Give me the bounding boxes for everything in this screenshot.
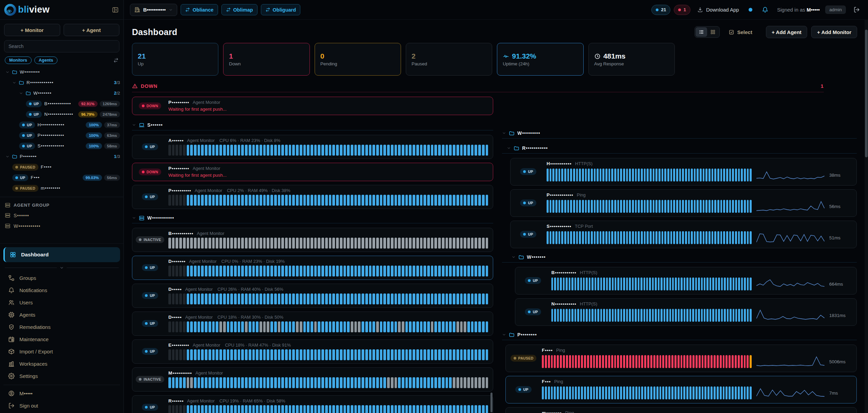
monitor-card[interactable]: UPN•••••••••••HTTP(S)1831ms [515, 298, 857, 326]
nav-item-maintenance[interactable]: Maintenance [3, 333, 120, 345]
tree-monitor-row[interactable]: UPH••••••••••••100%37ms [3, 120, 120, 130]
download-app-button[interactable]: Download App [697, 7, 739, 13]
heartbeat-bar [597, 169, 599, 181]
monitor-card[interactable]: INACTIVEB•••••••••••Agent Monitor [132, 228, 493, 252]
group-header[interactable]: W••••••••••• [132, 213, 493, 223]
heartbeat-bar [256, 321, 258, 332]
new-monitor-button[interactable]: + Monitor [4, 24, 60, 36]
heartbeat-bar [689, 386, 691, 399]
heartbeat-bar [395, 321, 397, 332]
new-agent-button[interactable]: + Agent [64, 24, 120, 36]
workspace-icon [8, 361, 15, 367]
monitor-card[interactable]: PAUSEDF••••Ping5006ms [505, 345, 857, 372]
monitor-card[interactable]: UPR••••••Agent MonitorCPU 19% · RAM 65% … [132, 395, 493, 413]
monitor-card[interactable]: DOWNP•••••••••Agent MonitorWaiting for f… [132, 163, 493, 181]
tree-monitor-row[interactable]: UPP••••••••••••100%63ms [3, 130, 120, 141]
tree-monitor-row[interactable]: PAUSEDm•••••••• [3, 183, 120, 193]
tree-monitor-row[interactable]: UPN•••••••••••••96.79%2478ms [3, 109, 120, 120]
monitor-card[interactable]: UPA••••••Agent MonitorCPU 6% · RAM 23% ·… [132, 135, 493, 159]
grid-view-button[interactable] [707, 27, 719, 37]
heartbeat-bar [650, 386, 652, 399]
bell-icon[interactable] [762, 6, 768, 13]
heartbeat-bar [223, 349, 226, 360]
monitor-card[interactable]: UPD•••••••Agent MonitorCPU 0% · RAM 23% … [132, 256, 493, 280]
monitor-card[interactable]: UPP••••••••••Agent MonitorCPU 2% · RAM 4… [132, 185, 493, 209]
app-link-obliguard[interactable]: Obliguard [261, 4, 300, 15]
page-title: Dashboard [132, 27, 177, 37]
workspace-selector[interactable]: B••••••••••• [130, 4, 177, 16]
sidebar-collapse-icon[interactable] [112, 6, 119, 13]
tree-group-row[interactable]: R••••••••••••3/3 [3, 77, 120, 88]
monitor-card[interactable]: UPH•••••••••••HTTP(S)38ms [510, 158, 857, 186]
tree-group-row[interactable]: P•••••••1/3 [3, 151, 120, 162]
group-header[interactable]: P•••••••• [502, 330, 857, 340]
stat-card-up: 21Up [132, 43, 218, 76]
tree-group-row[interactable]: W•••••••• [3, 67, 120, 77]
heartbeat-bar [296, 321, 299, 332]
sign-out-icon[interactable] [853, 6, 860, 13]
nav-item-users[interactable]: Users [3, 296, 120, 308]
heartbeat-bar [238, 145, 240, 156]
nav-item-dashboard[interactable]: Dashboard [3, 247, 120, 262]
tree-monitor-row[interactable]: UPS••••••••••••100%58ms [3, 141, 120, 151]
footer-item-m[interactable]: M••••• [3, 387, 120, 399]
monitor-card[interactable]: UPB•••••••••••HTTP(S)664ms [515, 267, 857, 295]
nav-item-groups[interactable]: Groups [3, 272, 120, 284]
filter-monitors[interactable]: Monitors [5, 57, 32, 64]
scrollbar-thumb[interactable] [865, 30, 868, 157]
app-link-oblimap[interactable]: Oblimap [221, 4, 257, 15]
monitor-card[interactable]: DOWNP•••••••••Agent MonitorWaiting for f… [132, 97, 493, 115]
down-count-badge[interactable]: 1 [674, 5, 690, 15]
add-agent-button[interactable]: + Add Agent [766, 26, 807, 38]
heartbeat-bar [358, 377, 361, 388]
heartbeat-bar [314, 145, 317, 156]
nav-item-settings[interactable]: Settings [3, 370, 120, 382]
nav-item-remediations[interactable]: Remediations [3, 321, 120, 333]
nav-collapse-divider[interactable] [5, 264, 119, 271]
heartbeat-bar [449, 145, 452, 156]
monitor-name: F•••• [542, 348, 553, 353]
left-column-scrollbar-thumb[interactable] [490, 393, 493, 412]
monitor-card[interactable]: UPF•••Ping7ms [505, 376, 857, 403]
group-header[interactable]: R••••••••••• [502, 143, 857, 154]
heartbeat-bar [431, 405, 434, 413]
heartbeat-bar [292, 145, 295, 156]
nav-item-workspaces[interactable]: Workspaces [3, 358, 120, 370]
add-monitor-button[interactable]: + Add Monitor [811, 26, 857, 38]
tree-monitor-row[interactable]: PAUSEDF•••• [3, 162, 120, 172]
nav-item-agents[interactable]: Agents [3, 308, 120, 321]
heartbeat-bar [464, 238, 466, 249]
list-view-button[interactable] [696, 27, 707, 37]
select-button[interactable]: Select [727, 29, 754, 35]
group-header[interactable]: W••••••••• [502, 128, 857, 139]
heartbeat-bar [318, 195, 320, 206]
heartbeat-bar [718, 277, 720, 290]
monitor-card[interactable]: UPS•••••••••••TCP Port51ms [510, 221, 857, 248]
up-count-badge[interactable]: 21 [651, 5, 670, 15]
monitor-card[interactable]: UPD•••••Agent MonitorCPU 26% · RAM 40% ·… [132, 284, 493, 308]
tree-group-row[interactable]: W•••••••2/2 [3, 88, 120, 98]
agent-group-item[interactable]: W••••••••••• [5, 221, 119, 231]
search-input[interactable] [4, 40, 119, 52]
nav-item-notifications[interactable]: Notifications [3, 284, 120, 296]
group-header[interactable]: S•••••• [132, 120, 493, 130]
monitor-card[interactable]: PAUSEDm••••••••Ping5007ms [505, 407, 857, 413]
tree-monitor-row[interactable]: UPF•••99.03%56ms [3, 172, 120, 183]
heartbeat-bar [632, 386, 634, 399]
group-header[interactable]: W••••••• [502, 252, 857, 263]
tree-monitor-row[interactable]: UPB••••••••••••92.91%1269ms [3, 98, 120, 109]
monitor-card[interactable]: UPE•••••••••Agent MonitorCPU 18% · RAM 4… [132, 339, 493, 364]
heartbeat-bar [571, 309, 573, 322]
monitor-card[interactable]: UPP••••••••••••Ping56ms [510, 189, 857, 217]
monitor-card[interactable]: UPD•••••Agent MonitorCPU 18% · RAM 30% ·… [132, 312, 493, 336]
heartbeat-bar [557, 386, 559, 399]
heartbeat-bar [365, 405, 368, 413]
app-link-obliance[interactable]: Obliance [181, 4, 218, 15]
nav-item-import-export[interactable]: Import / Export [3, 345, 120, 358]
monitor-card[interactable]: INACTIVEM••••••••••Agent Monitor [132, 367, 493, 392]
filter-agents[interactable]: Agents [34, 57, 57, 64]
sort-swap-icon[interactable] [113, 58, 119, 63]
footer-item-sign-out[interactable]: Sign out [3, 399, 120, 412]
scrollbar-track[interactable] [865, 19, 868, 413]
agent-group-item[interactable]: S•••••• [5, 210, 119, 221]
